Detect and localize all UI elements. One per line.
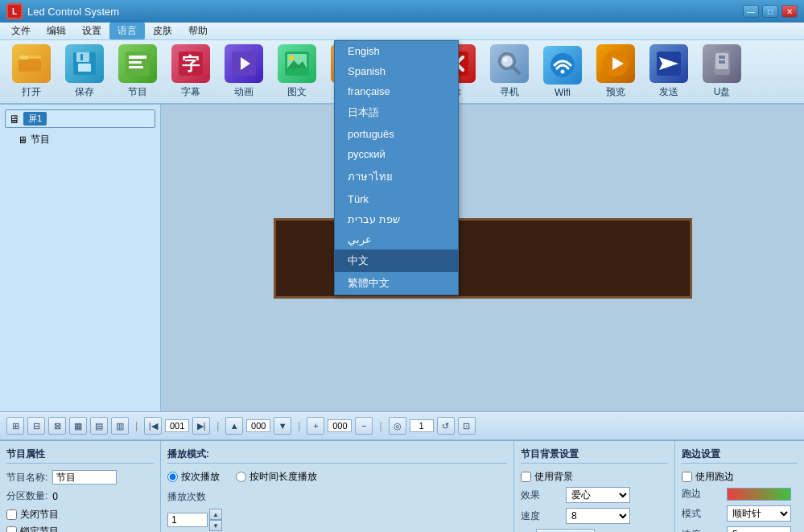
lang-russian[interactable]: русский [335,144,458,164]
radio-bytime-label: 按时间长度播放 [249,470,317,484]
layout-btn-1[interactable]: ⊞ [6,417,24,435]
toolbar-animation[interactable]: 动画 [219,43,269,100]
lang-arabic[interactable]: عربي [335,229,458,250]
add-num: 000 [328,419,352,432]
text-label: 字幕 [181,85,200,99]
toolbar-open[interactable]: 打开 [6,43,56,100]
menu-edit[interactable]: 编辑 [39,23,74,39]
text-icon: 字 [171,44,210,83]
menu-skin[interactable]: 皮肤 [145,23,180,39]
next-btn[interactable]: ▶| [192,417,210,435]
name-input[interactable] [52,470,117,485]
program-label: 节目 [128,85,147,99]
border-color-bar[interactable] [727,488,791,501]
bg-speed-select[interactable]: 8 [566,508,630,524]
titlebar: L Led Control System — □ ✕ [0,0,804,23]
bg-speed-label: 速度 [521,509,561,523]
sub-btn[interactable]: − [355,417,373,435]
playmode-title: 播放模式: [167,447,507,464]
effect-row: 效果 爱心 [521,487,668,503]
lang-french[interactable]: française [335,81,458,101]
menu-help[interactable]: 帮助 [180,23,216,39]
lang-traditional-chinese[interactable]: 繁體中文 [335,272,458,295]
toolbar-wifi[interactable]: Wifi [538,43,588,100]
menu-language[interactable]: 语言 [109,23,145,39]
playmode-panel: 播放模式: 按次播放 按时间长度播放 播放次数 ▲ ▼ 按周 [161,441,514,532]
add-btn[interactable]: + [307,417,324,435]
up-btn[interactable]: ▲ [225,417,243,435]
svg-rect-50 [719,60,725,64]
node-item[interactable]: 🖥 节目 [5,131,155,148]
toolbar-text[interactable]: 字 字幕 [166,43,216,100]
custom-bg-row: 自定义背景 [521,529,668,532]
cb-lock-input[interactable] [6,526,17,532]
effect-select[interactable]: 爱心 [566,487,630,503]
cb-lock[interactable]: 锁定节目 [6,525,154,532]
cb-close-input[interactable] [6,509,17,520]
cb-close[interactable]: 关闭节目 [6,508,154,522]
wifi-icon [543,46,582,85]
radio-bytime[interactable]: 按时间长度播放 [236,470,317,484]
border-color-row: 跑边 [682,487,798,501]
lang-spanish[interactable]: Spanish [335,61,458,81]
count-row: 分区数量: 0 [6,489,154,503]
border-mode-label: 模式 [682,507,722,521]
prev-btn[interactable]: |◀ [144,417,162,435]
spin-down[interactable]: ▼ [209,520,222,531]
maximize-button[interactable]: □ [762,5,778,18]
toolbar-program[interactable]: 节目 [113,43,163,100]
custom-bg-button[interactable]: 自定义背景 [536,529,595,532]
screen-item[interactable]: 🖥 屏1 [5,109,155,128]
layout-btn-2[interactable]: ⊟ [27,417,45,435]
svg-text:L: L [12,7,17,16]
lang-turkish[interactable]: Türk [335,189,458,209]
preview-label: 预览 [606,85,625,99]
rotate-btn[interactable]: ↺ [437,417,455,435]
lang-thai[interactable]: ภาษาไทย [335,164,458,189]
lang-japanese[interactable]: 日本語 [335,101,458,124]
layout-btn-3[interactable]: ⊠ [48,417,66,435]
toolbar-save[interactable]: 保存 [60,43,109,100]
menu-file[interactable]: 文件 [3,23,39,39]
search-label: 寻机 [500,85,519,99]
lang-portuguese[interactable]: português [335,124,458,144]
cb-bg-input[interactable] [521,472,531,482]
cb-border[interactable]: 使用跑边 [682,470,798,484]
svg-rect-3 [19,59,41,72]
app-icon: L [6,3,23,19]
toolbar-send[interactable]: 发送 [644,43,694,100]
border-speed-select[interactable]: 5 [727,526,791,532]
cb-bg[interactable]: 使用背景 [521,470,668,484]
close-button[interactable]: ✕ [781,5,798,18]
svg-rect-11 [129,61,142,64]
image-label: 图文 [287,85,307,99]
page-num: 001 [165,419,189,432]
toolbar-usb[interactable]: U盘 [697,43,747,100]
layout-btn-4[interactable]: ▦ [69,417,87,435]
layout-btn-5[interactable]: ▤ [90,417,108,435]
lang-english[interactable]: Engish [335,41,458,61]
lang-hebrew[interactable]: שפת עברית [335,209,458,229]
svg-point-42 [561,69,565,73]
toolbar-image[interactable]: 图文 [272,43,322,100]
layout-btn-6[interactable]: ▥ [111,417,129,435]
animation-icon [225,44,263,83]
cb-bg-label: 使用背景 [534,470,573,484]
fullscreen-btn[interactable]: ⊡ [458,417,476,435]
down-btn[interactable]: ▼ [274,417,291,435]
minimize-button[interactable]: — [743,5,759,18]
radio-bycount[interactable]: 按次播放 [167,470,220,484]
screen-icon: 🖥 [9,113,20,126]
playcount-input[interactable] [167,513,208,527]
border-mode-select[interactable]: 顺时针 [727,505,791,522]
svg-rect-49 [719,56,725,59]
toolbar-preview[interactable]: 预览 [591,43,641,100]
lang-chinese[interactable]: 中文 [335,250,458,272]
toolbar-search[interactable]: 寻机 [484,43,534,100]
usb-label: U盘 [714,85,731,99]
menu-settings[interactable]: 设置 [74,23,109,39]
name-row: 节目名称: [6,470,154,485]
cb-border-input[interactable] [682,472,692,482]
props-title: 节目属性 [6,447,154,464]
spin-up[interactable]: ▲ [209,509,222,520]
